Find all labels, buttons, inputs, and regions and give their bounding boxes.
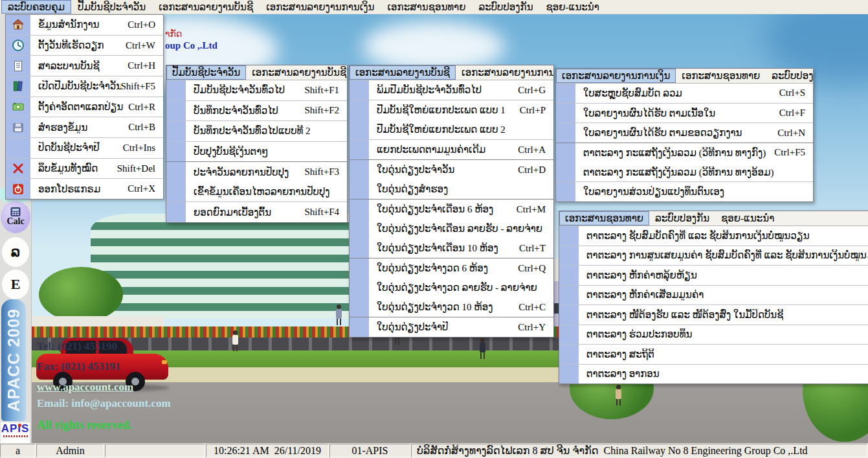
menu-item-shortcut: Shift+F5	[121, 81, 163, 92]
menu-item-label: ຕາຕະລາງ ອາກອນ	[586, 368, 660, 380]
menu-item-label: ໃບດຸ່ນດ່ຽງປະຈຳເດືອນ 6 ຫ້ອງ	[377, 203, 493, 215]
menubar-item[interactable]: ເອກະສານລາຍງານບັນຊີ	[152, 0, 260, 14]
menu-item[interactable]: ໃບດຸ່ນດ່ຽງປະຈຳປີ Ctrl+Y	[350, 317, 553, 337]
menu-item-shortcut: Ctrl+F	[779, 108, 813, 119]
menu-item[interactable]: ໃບລາຍງານຜົນໄດ້ຮັບ ຕາມຂອດວຽກງານ Ctrl+N	[556, 123, 813, 143]
menu-tab[interactable]: ປື້ມບັນຊີປະຈຳວັນ	[166, 65, 246, 80]
menu-item-shortcut: Shift+F4	[305, 207, 347, 218]
application-window: ຳກັດ oup Co ,.Ltd Tel: (021) 453190 Fax:…	[0, 0, 868, 458]
menu-item-shortcut: Ctrl+X	[128, 183, 163, 194]
menu-item[interactable]: ໃບດຸ່ນດ່ຽງປະຈຳເດືອນ 10 ຫ້ອງ Ctrl+T	[350, 238, 553, 258]
menu-item[interactable]: ຕາຕະລາງ ສະຖິຕິ	[559, 345, 868, 365]
menu-item[interactable]: ໃບດຸ່ນດ່ຽງສຳຮອງ	[350, 179, 553, 200]
menu-item[interactable]: ປະຈຳວັນລາຍການປັບປຸງ Shift+F3	[166, 162, 347, 182]
menu-item[interactable]: ຍອດຍົກມາເບື້ອງຕົ້ນ Shift+F4	[166, 202, 347, 222]
menu-tab[interactable]: ລະບົບປອງກັນ	[649, 211, 715, 225]
menubar-item[interactable]: ເອກະສານລາຍງານການເງິນ	[260, 0, 381, 14]
english-language-button[interactable]: E	[2, 269, 29, 299]
menu-item[interactable]: ປັບປຸງບັນຊີເງິນຕາໆ	[166, 142, 347, 163]
menu-tab[interactable]: ຊອຍ-ແນະນຳ	[715, 211, 780, 225]
menu-tab[interactable]: ເອກະສານຊອນທາຍ	[676, 69, 766, 83]
menu-item-label: ໃບສະຫຼຸບຊັບສົມບັດ ລວມ	[583, 87, 682, 99]
menubar-item[interactable]: ປື້ມບັນຊີປະຈຳວັນ	[71, 0, 152, 14]
menu-tab[interactable]: ເອກະສານລາຍງານບັນຊີ	[246, 65, 347, 80]
menu-item[interactable]: ສາລະບານບັນຊີ Ctrl+H	[6, 56, 163, 76]
menu-item[interactable]: ຂໍ້ມູນສຳນັກງານ Ctrl+O	[6, 15, 163, 36]
floating-menu-daybook: ປື້ມບັນຊີປະຈຳວັນ ເອກະສານລາຍງານບັນຊີ ເອກະ…	[166, 65, 348, 223]
menu-item-label: ໃບລາຍງານຜົນໄດ້ຮັບ ຕາມຂອດວຽກງານ	[583, 127, 742, 139]
menu-item[interactable]: ບັນທຶກປະຈຳວັນທົ່ວໄປແບບທີ 2	[166, 121, 347, 142]
menu-item[interactable]: ປື້ມບັນຊີໃຫຍ່ແຍກປະເພດ ແບບ 1 Ctrl+P	[350, 100, 553, 120]
menubar-item[interactable]: ລະບົບປອງກັນ	[473, 0, 540, 14]
menu-list: ຕາຕະລາງ ຊັບສົມບັດຄົງທີ່ ແລະ ຊັບສິນການເງິ…	[559, 226, 868, 384]
menu-item[interactable]: ໃບສະຫຼຸບຊັບສົມບັດ ລວມ Ctrl+S	[556, 84, 813, 104]
menu-tab[interactable]: ລະບົບປອງກັນ	[766, 69, 813, 83]
menu-item-label: ອອກໂປຣແກຣມ	[38, 183, 100, 195]
menubar-item[interactable]: ລະບົບຄອບຄຸມ	[1, 0, 71, 14]
menu-item[interactable]: ຕາຕະລາງ ກະແສຖັງເງິນລວມ (ວິທີການ ທາງກົງ) …	[556, 143, 813, 163]
menu-item[interactable]: ໃບດຸ່ນດ່ຽງປະຈຳງວດ 10 ຫ້ອງ Ctrl+C	[350, 297, 553, 317]
menu-item-label: ໃບດຸ່ນດ່ຽງສຳຮອງ	[377, 183, 448, 195]
floating-menu-appendix-tables: ເອກະສານຊອນທາຍ ລະບົບປອງກັນ ຊອຍ-ແນະນຳ ຕາຕະ…	[559, 211, 868, 384]
calculator-button[interactable]: Calc	[1, 201, 30, 233]
menubar-item[interactable]: ເອກະສານຊອນທາຍ	[381, 0, 472, 14]
menu-item[interactable]: ລຶບຂໍ້ມູນທັງໝົດ Shift+Del	[6, 159, 163, 179]
menu-item[interactable]: ອອກໂປຣແກຣມ Ctrl+X	[6, 179, 163, 199]
menu-tab[interactable]: ເອກະສານຊອນທາຍ	[559, 211, 649, 225]
menu-item-label: ປິດບັນຊີປະຈຳປີ	[38, 142, 100, 154]
menu-item[interactable]: ໃບລາຍງານຜົນໄດ້ຮັບ ຕາມເນື້ອໃນ Ctrl+F	[556, 104, 813, 124]
menu-item[interactable]: ຕາຕະລາງ ຮ່ວມປະກອບທຶນ	[559, 325, 868, 345]
menu-item[interactable]: ໃບດຸ່ນດ່ຽງປະຈຳວັນ Ctrl+D	[350, 160, 553, 179]
menu-item[interactable]: ຕາຕະລາງ ການສູນເສຍມູນຄ່າ ຊັບສົມບັດຄົງທີ່ …	[559, 246, 868, 266]
status-bar: a Admin 10:26:21 AM 26/11/2019 01-APIS ບ…	[0, 443, 868, 458]
menu-tab[interactable]: ເອກະສານລາຍງານບັນຊີ	[350, 65, 456, 80]
menu-item[interactable]: ປື້ມບັນຊີໃຫຍ່ແຍກປະເພດ ແບບ 2	[350, 120, 553, 140]
menu-item[interactable]: ຕັ້ງຄ່າອັດຕາແລກປ່ຽນ Ctrl+R	[6, 97, 163, 118]
menu-item[interactable]: ໃບດຸ່ນດ່ຽງປະຈຳເດືອນ 6 ຫ້ອງ Ctrl+M	[350, 200, 553, 219]
menu-item-shortcut: Shift+F1	[305, 85, 347, 96]
menu-item[interactable]: ໃບລາຍງານສ່ວນປ່ຽນແປງທຶນຕົນເອງ	[556, 182, 813, 201]
menu-item-shortcut: Ctrl+A	[518, 144, 553, 155]
menu-item[interactable]: ຕາຕະລາງ ຊັບສົມບັດຄົງທີ່ ແລະ ຊັບສິນການເງິ…	[559, 226, 868, 246]
menubar-item[interactable]: ຊອຍ-ແນະນຳ	[540, 0, 606, 14]
menu-item-label: ໃບດຸ່ນດ່ຽງປະຈຳວັນ	[377, 164, 454, 176]
menu-item[interactable]: ສຳຮອງຂໍ້ມູນ Ctrl+B	[6, 117, 163, 138]
menu-item[interactable]: ໃບດຸ່ນດ່ຽງປະຈຳງວດ ລາຍຮັບ - ລາຍຈ່າຍ	[350, 278, 553, 297]
apis-logo-text: APIS	[1, 422, 30, 435]
calculator-button-label: Calc	[6, 216, 24, 227]
menu-item[interactable]: ໃບດຸ່ນດ່ຽງປະຈຳເດືອນ ລາຍຮັບ - ລາຍຈ່າຍ	[350, 219, 553, 238]
menu-item-shortcut: Ctrl+T	[519, 243, 553, 254]
menu-item[interactable]: ຕາຕະລາງ ຫັກຄ່າຫລຸ້ຍຫ້ຽນ	[559, 266, 868, 286]
menu-tab[interactable]: ເອກະສານລາຍງານການເງິນ	[456, 65, 553, 80]
menu-item[interactable]: ບັນທຶກປະຈຳວັນທົ່ວໄປ Shift+F2	[166, 101, 347, 122]
menu-tab-bar: ປື້ມບັນຊີປະຈຳວັນ ເອກະສານລາຍງານບັນຊີ ເອກະ…	[166, 65, 347, 80]
menu-item-label: ປື້ມບັນຊີປະຈຳວັນທົ່ວໄປ	[194, 84, 285, 96]
menu-item[interactable]: ເປີດປື້ມບັນຊີປະຈຳວັນ Shift+F5	[6, 76, 163, 97]
tree	[39, 267, 123, 322]
menu-item-label: ປະຈຳວັນລາຍການປັບປຸງ	[194, 166, 289, 178]
menu-item[interactable]: ຕາຕະລາງ ຫັກຄ່າເສື່ອມມູນຄ່າ	[559, 286, 868, 306]
menu-item-label: ຕາຕະລາງ ກະແສຖັງເງິນລວມ (ວິທີການ ທາງອ້ອມ)	[583, 166, 773, 178]
menu-item[interactable]: ຕາຕະລາງ ໜີ້ຕ້ອງຮັບ ແລະ ໜີ້ຕ້ອງສົ່ງ ໃນມື້…	[559, 305, 868, 325]
menu-item-label: ຕາຕະລາງ ສະຖິຕິ	[586, 349, 654, 360]
lao-language-button[interactable]: ລ	[2, 237, 29, 267]
menu-item[interactable]: ພິມປື້ມບັນຊີປະຈຳວັນທົ່ວໄປ Ctrl+G	[350, 80, 553, 100]
menu-item[interactable]: ແຍກປະເພດຕາມມູນຄ່າເດີມ Ctrl+A	[350, 140, 553, 160]
menu-item[interactable]: ຕັ້ງວັນທີເຮັດວຽກ Ctrl+W	[6, 36, 163, 56]
menu-item[interactable]: ປື້ມບັນຊີປະຈຳວັນທົ່ວໄປ Shift+F1	[166, 80, 347, 101]
contact-website: www.apaccount.com	[37, 381, 133, 394]
menu-item[interactable]: ຕາຕະລາງ ກະແສຖັງເງິນລວມ (ວິທີການ ທາງອ້ອມ)	[556, 163, 813, 183]
menu-item-label: ໃບລາຍງານຜົນໄດ້ຮັບ ຕາມເນື້ອໃນ	[583, 108, 715, 119]
menu-tab[interactable]: ເອກະສານລາຍງານການເງິນ	[556, 69, 676, 83]
menu-item[interactable]: ປິດບັນຊີປະຈຳປີ Ctrl+Ins	[6, 138, 163, 159]
menu-item-label: ຕາຕະລາງ ຫັກຄ່າເສື່ອມມູນຄ່າ	[586, 289, 704, 301]
delete-icon	[12, 162, 25, 175]
menu-item[interactable]: ໃບດຸ່ນດ່ຽງປະຈຳງວດ 6 ຫ້ອງ Ctrl+Q	[350, 258, 553, 278]
pedestrian	[479, 338, 486, 359]
menu-item[interactable]: ຕາຕະລາງ ອາກອນ	[559, 365, 868, 384]
apis-logo-underline	[3, 435, 28, 437]
menu-list: ໃບສະຫຼຸບຊັບສົມບັດ ລວມ Ctrl+S ໃບລາຍງານຜົນ…	[556, 84, 813, 201]
menu-item[interactable]: ເຂົ້າຂໍ້ມູນເຄື່ອນໄຫວລາຍການປັບປຸງ	[166, 182, 347, 203]
pedestrian	[335, 304, 342, 325]
apis-logo: APIS	[1, 422, 30, 443]
